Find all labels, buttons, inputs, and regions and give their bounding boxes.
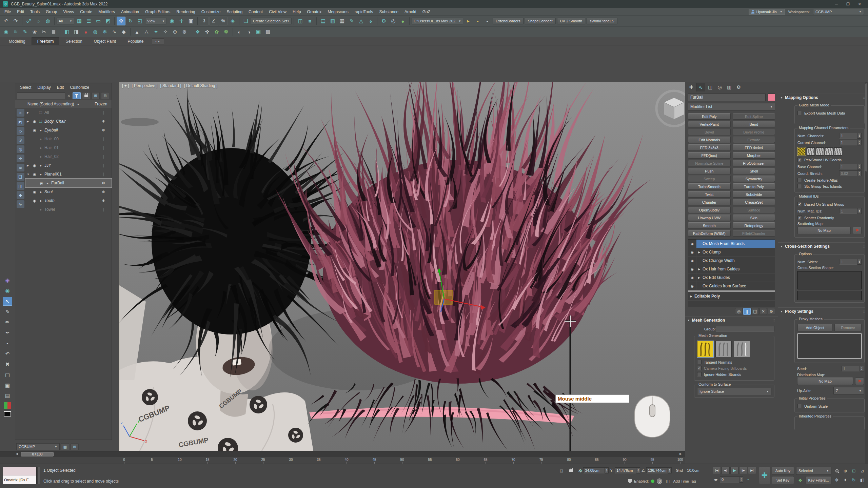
visibility-eye-icon[interactable]: ◉ [32,172,38,177]
explorer-row-towel[interactable]: ●Towel∥ [25,205,112,214]
previous-frame-button[interactable]: ◀| [722,467,730,474]
menu-modifiers[interactable]: Modifiers [95,9,118,15]
show-end-result-icon[interactable]: ∥ [743,308,751,315]
explorer-row-jjy[interactable]: ▶◉●JJY∥ [25,161,112,170]
add-time-tag-label[interactable]: Add Time Tag [673,479,696,483]
play-button[interactable]: ▶ [730,467,738,474]
menu-civil-view[interactable]: Civil View [266,9,290,15]
select-and-move-icon[interactable]: ✥ [117,17,125,25]
expand-arrow-icon[interactable]: ▶ [27,111,32,114]
explorer-row-tooth[interactable]: ◉●Tooth❄ [25,196,112,205]
export-guide-mesh-checkbox[interactable]: Export Guide Mesh Data [797,111,862,115]
ox-sphere-tool-icon[interactable]: ● [81,27,90,36]
modifier-eye-icon[interactable]: ◉ [688,248,696,256]
ox-strand-list-icon[interactable]: ≣ [49,27,58,36]
display-spacewarps-icon[interactable]: ≋ [17,164,24,171]
modifier-button-morpher[interactable]: Morpher [733,152,775,159]
spinner-snap-icon[interactable]: ◈ [228,17,237,25]
y-coordinate-field[interactable]: 14.476cm▲▼ [615,467,640,473]
percent-snap-icon[interactable]: % [219,17,228,25]
menu-rapidtools[interactable]: rapidTools [352,9,376,15]
select-and-rotate-icon[interactable]: ↻ [126,17,135,25]
billboard-mode-button[interactable] [715,341,732,357]
ornatrix-logo-icon[interactable]: ◉ [3,276,12,285]
track-bar-ruler[interactable]: 0510152025303540455055606570758085909510… [0,457,685,464]
modifier-button-edit-poly[interactable]: Edit Poly [688,113,731,120]
modifier-button-turbosmooth[interactable]: TurboSmooth [688,183,731,190]
menu-create[interactable]: Create [77,9,95,15]
ox-braid-icon[interactable]: ❖ [193,27,202,36]
modifier-button-prooptimizer[interactable]: ProOptimizer [733,160,775,166]
make-unique-icon[interactable]: ◫ [751,308,759,315]
name-column-header[interactable]: Name (Sorted Ascending) [27,102,74,106]
display-helpers-icon[interactable]: ✛ [17,155,24,162]
strand-mesh-mode-button[interactable] [697,341,713,357]
visibility-eye-icon[interactable]: ◉ [32,128,38,133]
toggle-ribbon-icon[interactable]: ▦ [338,17,347,25]
remove-modifier-icon[interactable]: ✕ [760,308,767,315]
ox-clump-icon[interactable]: ◍ [91,27,100,36]
sworkplanels-button[interactable]: sWorkPlaneLS [587,18,617,24]
modifier-button-creaseset[interactable]: CreaseSet [733,199,775,205]
display-groups-icon[interactable]: ❑ [17,173,24,181]
display-tab[interactable]: ▥ [725,83,734,92]
material-editor-icon[interactable]: ◕ [366,17,375,25]
uniform-scale-checkbox[interactable]: Uniform Scale [797,404,862,408]
viewport-menu-plus[interactable]: [ + ] [122,83,129,88]
modifier-button-opensubdiv[interactable]: OpenSubdiv [688,207,731,213]
ox-edit-guides-icon[interactable]: ✎ [21,27,29,36]
create-tab[interactable]: ✚ [687,83,696,92]
menu-animation[interactable]: Animation [118,9,142,15]
toggle-scene-explorer-icon[interactable]: ▤ [319,17,328,25]
maximize-button[interactable]: ❐ [842,0,854,8]
schematic-view-icon[interactable]: ◬ [357,17,366,25]
redo-icon[interactable]: ↷ [11,17,20,25]
grid-primitive-icon[interactable]: ▣ [3,381,12,390]
explorer-menu-display[interactable]: Display [35,85,53,90]
menu-scripting[interactable]: Scripting [223,9,245,15]
menu-graph-editors[interactable]: Graph Editors [142,9,173,15]
shape-connect-button[interactable]: ShapeConnect [525,18,556,24]
viewport-renderer-label[interactable]: [ Standard ] [160,83,181,88]
listener-script-line[interactable]: Ornatrix: [Ox E [3,475,36,484]
explorer-row-body-chair[interactable]: ▶◉❏Body_Chair❄ [25,117,112,126]
orbit-icon[interactable]: ↻ [850,476,858,484]
menu-rendering[interactable]: Rendering [173,9,198,15]
point-tool-icon[interactable]: • [3,339,12,348]
configure-modifier-sets-icon[interactable]: ⚙ [768,308,775,315]
display-bones-icon[interactable]: ∿ [17,200,24,208]
zoom-extents-selected-icon[interactable]: ⊡ [850,467,858,475]
explorer-menu-edit[interactable]: Edit [54,85,67,90]
field-of-view-icon[interactable]: ⊿ [858,467,866,475]
layer-stack-icon[interactable]: ▤ [3,391,12,400]
expand-arrow-icon[interactable]: ▶ [696,251,702,254]
map-flag-icon[interactable]: ⚑ [855,378,864,385]
zoom-icon[interactable] [833,467,841,475]
modifier-button-subdivide[interactable]: Subdivide [733,191,775,198]
megascans-leaf-icon[interactable]: ❁ [222,27,231,36]
explorer-row-plane001[interactable]: ▼◉●Plane001∥ [25,170,112,179]
explorer-menu-select[interactable]: Select [17,85,34,90]
expand-arrow-icon[interactable]: ▶ [27,120,32,123]
box-primitive-icon[interactable]: ▢ [3,370,12,379]
go-to-start-button[interactable]: |◀ [713,467,721,474]
current-frame-field[interactable]: 0▲▼ [720,476,743,483]
display-materials-icon[interactable]: ◆ [17,191,24,199]
channel-preset-icon-1[interactable] [797,147,806,156]
ink-pen-icon[interactable]: ✒ [3,328,12,337]
auto-key-button[interactable]: Auto Key [772,467,794,475]
reference-coordinate-dropdown[interactable]: View▼ [145,18,167,24]
viewcube[interactable] [656,91,685,126]
object-color-swatch[interactable] [768,94,775,101]
ox-surface-comb-icon[interactable]: ◧ [62,27,71,36]
ox-frizz-icon[interactable]: ❄ [100,27,109,36]
expand-arrow-icon[interactable]: ▶ [27,164,32,167]
channel-preset-icon-2[interactable] [807,147,815,156]
display-shapes-icon[interactable]: ◇ [17,127,24,135]
tangent-normals-checkbox[interactable]: Tangent Normals [697,360,771,364]
color-swatch-black[interactable] [4,411,11,416]
set-key-button[interactable]: Set Key [772,476,794,484]
channel-preset-icon-4[interactable] [825,147,833,156]
edit-named-selection-sets-icon[interactable]: ❑ [241,17,250,25]
select-and-scale-icon[interactable]: ◱ [136,17,144,25]
